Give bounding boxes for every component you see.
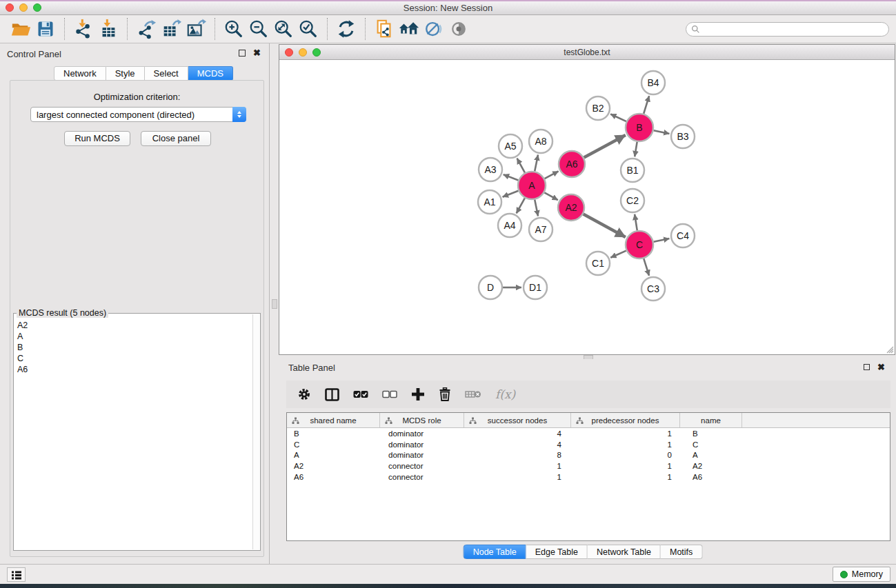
table-cell[interactable]: A6 [287, 473, 380, 481]
close-panel-icon[interactable]: ✖ [253, 48, 261, 58]
tab-select[interactable]: Select [145, 66, 188, 81]
graph-edge-A-A4[interactable] [517, 198, 525, 213]
graph-node-A2[interactable]: A2 [558, 194, 584, 221]
table-cell[interactable]: connector [380, 473, 464, 481]
add-column-icon[interactable] [411, 387, 425, 401]
first-neighbors-icon[interactable] [397, 17, 421, 41]
graph-edge-C-C1[interactable] [610, 251, 626, 258]
zoom-out-icon[interactable] [246, 17, 271, 41]
graph-node-C1[interactable]: C1 [586, 252, 610, 275]
table-cell[interactable]: 1 [571, 440, 680, 449]
graph-node-A[interactable]: A [518, 172, 546, 199]
table-cell[interactable]: 1 [464, 462, 571, 470]
graph-edge-B-B1[interactable] [635, 142, 637, 157]
graph-edge-A2-C[interactable] [584, 214, 626, 237]
table-cell[interactable]: connector [380, 462, 464, 470]
clone-network-icon[interactable] [372, 17, 397, 41]
mcds-result-item[interactable]: A6 [17, 364, 252, 375]
graph-node-A1[interactable]: A1 [478, 190, 501, 214]
table-cell[interactable]: B [680, 429, 742, 438]
tab-node-table[interactable]: Node Table [464, 545, 526, 559]
settings-gear-icon[interactable] [297, 387, 311, 401]
tab-network[interactable]: Network [54, 66, 106, 81]
graph-node-D[interactable]: D [479, 276, 502, 299]
graph-node-C[interactable]: C [626, 231, 653, 258]
deselect-all-checkbox-icon[interactable] [382, 390, 397, 398]
network-window-titlebar[interactable]: testGlobe.txt [279, 45, 895, 60]
graph-edge-A-A3[interactable] [504, 174, 519, 180]
dropdown-stepper-icon[interactable] [232, 107, 246, 122]
graph-node-D1[interactable]: D1 [524, 276, 547, 299]
table-cell[interactable]: A [680, 451, 742, 459]
resize-grip-icon[interactable] [884, 344, 894, 354]
column-header-predecessor-nodes[interactable]: predecessor nodes [571, 413, 680, 427]
close-panel-button[interactable]: Close panel [141, 131, 211, 146]
table-cell[interactable]: 4 [464, 429, 571, 438]
graph-node-A4[interactable]: A4 [498, 214, 521, 237]
graph-edge-C-C4[interactable] [654, 239, 670, 242]
graph-edge-B-B4[interactable] [644, 96, 649, 114]
select-all-checkbox-icon[interactable] [353, 390, 368, 398]
column-header-successor-nodes[interactable]: successor nodes [464, 413, 571, 427]
result-scrollbar[interactable] [252, 314, 259, 549]
window-titlebar[interactable]: Session: New Session [0, 0, 896, 15]
table-cell[interactable]: B [287, 429, 380, 438]
run-mcds-button[interactable]: Run MCDS [64, 131, 130, 146]
mcds-result-list[interactable]: A2ABCA6 [14, 316, 252, 549]
tab-style[interactable]: Style [106, 66, 145, 81]
search-input[interactable] [700, 24, 888, 34]
table-float-icon[interactable] [864, 364, 870, 370]
hide-labels-icon[interactable] [421, 17, 446, 41]
table-cell[interactable]: dominator [380, 429, 464, 438]
show-graphics-eye-icon[interactable] [446, 17, 471, 41]
column-header-shared-name[interactable]: shared name [287, 413, 380, 427]
network-canvas[interactable]: B4B2BB3A8A5A6A3B1AC2A1A2A4A7C4CC1DD1C3 [279, 60, 895, 354]
memory-button[interactable]: Memory [833, 567, 890, 582]
table-cell[interactable]: 4 [464, 440, 571, 449]
graph-node-A3[interactable]: A3 [479, 158, 502, 181]
graph-edge-C-C2[interactable] [635, 214, 637, 230]
graph-node-C4[interactable]: C4 [671, 224, 695, 247]
import-table-icon[interactable] [96, 17, 121, 41]
graph-node-C3[interactable]: C3 [641, 277, 665, 301]
graph-node-A5[interactable]: A5 [499, 134, 522, 158]
zoom-selected-icon[interactable] [296, 17, 321, 41]
search-field[interactable] [686, 22, 889, 37]
graph-edge-A-A7[interactable] [535, 200, 538, 216]
mcds-result-item[interactable]: A2 [17, 320, 252, 331]
graph-edge-A-A6[interactable] [545, 171, 559, 179]
apply-layout-icon[interactable] [334, 17, 359, 41]
table-cell[interactable]: dominator [380, 440, 464, 449]
table-cell[interactable]: 1 [571, 462, 680, 470]
table-cell[interactable]: A2 [680, 462, 742, 470]
column-header-MCDS-role[interactable]: MCDS role [380, 413, 464, 427]
column-header-name[interactable]: name [680, 413, 742, 427]
graph-node-A8[interactable]: A8 [529, 130, 552, 153]
graph-node-B2[interactable]: B2 [586, 97, 610, 120]
table-cell[interactable]: A [287, 451, 380, 459]
save-session-icon[interactable] [33, 17, 58, 41]
export-table-icon[interactable] [159, 17, 183, 41]
graph-edge-A-A8[interactable] [535, 155, 538, 172]
table-close-icon[interactable]: ✖ [877, 362, 885, 372]
table-row[interactable]: Cdominator41C [287, 439, 890, 450]
split-view-icon[interactable] [325, 388, 339, 401]
export-image-icon[interactable] [183, 17, 208, 41]
export-network-icon[interactable] [134, 17, 159, 41]
graph-edge-A-A2[interactable] [544, 192, 558, 200]
graph-node-B4[interactable]: B4 [641, 71, 665, 94]
graph-edge-A-A1[interactable] [503, 191, 519, 197]
graph-edge-A6-B[interactable] [584, 135, 626, 158]
table-cell[interactable]: 1 [464, 473, 571, 481]
table-cell[interactable]: dominator [380, 451, 464, 459]
tab-mcds[interactable]: MCDS [188, 66, 233, 81]
table-cell[interactable]: C [680, 440, 742, 449]
zoom-in-icon[interactable] [221, 17, 246, 41]
table-cell[interactable]: 1 [571, 473, 680, 481]
table-row[interactable]: A2connector11A2 [287, 460, 890, 472]
graph-edge-B-B3[interactable] [654, 130, 670, 134]
table-cell[interactable]: 1 [571, 429, 680, 438]
table-row[interactable]: Adominator80A [287, 449, 890, 460]
graph-node-C2[interactable]: C2 [621, 189, 644, 212]
mcds-result-item[interactable]: B [17, 342, 252, 353]
